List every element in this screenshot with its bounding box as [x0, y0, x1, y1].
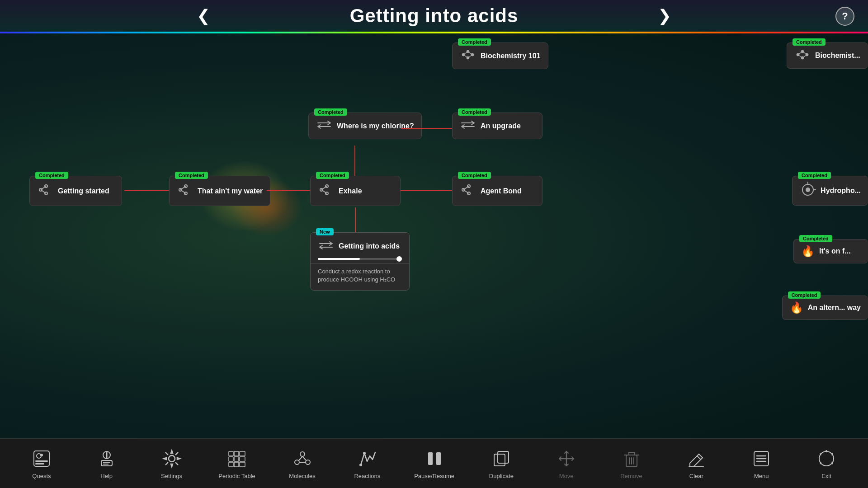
menu-label: Menu [754, 473, 769, 479]
card-title-2: Biochemist... [815, 52, 860, 60]
badge-completed-7: Completed [316, 172, 349, 179]
card-where-chlorine[interactable]: Completed Where is my chlorine? [308, 113, 422, 139]
toolbar-molecules[interactable]: Molecules [284, 447, 321, 479]
badge-completed-8: Completed [458, 172, 491, 179]
settings-label: Settings [161, 473, 182, 479]
toolbar: Quests Help Settings [0, 438, 868, 488]
svg-rect-46 [35, 460, 48, 462]
quests-icon [30, 447, 53, 470]
svg-line-5 [468, 52, 472, 55]
svg-rect-63 [240, 462, 245, 467]
badge-completed-2: Completed [793, 38, 826, 46]
card-title: Biochemistry 101 [481, 52, 541, 60]
svg-line-35 [463, 190, 469, 193]
toolbar-duplicate[interactable]: Duplicate [483, 447, 519, 479]
clear-label: Clear [689, 473, 703, 479]
svg-line-68 [302, 456, 306, 460]
card-getting-into-acids[interactable]: New Getting into acids Conduct a redox r… [310, 232, 410, 291]
rotate-icon [800, 182, 816, 200]
move-icon [555, 447, 578, 470]
svg-line-12 [798, 52, 802, 55]
branch-icon-4 [460, 182, 476, 200]
menu-icon [750, 447, 773, 470]
badge-completed-9: Completed [798, 172, 831, 179]
move-label: Move [559, 473, 574, 479]
card-description: Conduct a redox reaction to produce HCOO… [311, 263, 409, 290]
svg-rect-62 [234, 462, 239, 467]
card-agent-bond[interactable]: Completed Agent Bond [452, 176, 542, 206]
duplicate-icon [490, 447, 513, 470]
svg-rect-55 [229, 451, 233, 456]
help-label: Help [100, 473, 113, 479]
svg-line-14 [802, 55, 807, 58]
badge-completed-5: Completed [35, 172, 68, 179]
svg-rect-74 [494, 454, 505, 466]
card-content-6: That ain't my water [177, 182, 263, 200]
svg-point-70 [363, 452, 366, 455]
svg-line-29 [321, 186, 327, 190]
card-exhale[interactable]: Completed Exhale [310, 176, 401, 206]
card-title-6: That ain't my water [198, 187, 263, 195]
branch-icon-3 [318, 182, 334, 200]
card-alternative[interactable]: Completed 🔥 An altern... way [782, 296, 868, 320]
branch-icon-1 [37, 182, 53, 200]
canvas-area: Completed Biochemistry 101 Completed Bio… [0, 33, 868, 438]
progress-dot [396, 256, 402, 262]
card-content-2: Biochemist... [794, 48, 861, 63]
fire-icon-1: 🔥 [801, 245, 815, 258]
svg-point-66 [306, 460, 310, 465]
reactions-label: Reactions [354, 473, 380, 479]
card-content-9: Hydropho... [800, 182, 861, 200]
molecule-icon [460, 48, 476, 63]
toolbar-quests[interactable]: Quests [24, 447, 60, 479]
svg-line-34 [463, 186, 469, 190]
card-biochemistry-2[interactable]: Completed Biochemist... [787, 42, 868, 69]
svg-rect-73 [436, 452, 441, 465]
toolbar-pause-resume[interactable]: Pause/Resume [414, 447, 454, 479]
next-button[interactable]: ❯ [651, 4, 678, 28]
clear-icon [685, 447, 708, 470]
toolbar-periodic-table[interactable]: Periodic Table [218, 447, 255, 479]
svg-point-86 [819, 451, 834, 466]
svg-line-30 [321, 190, 327, 193]
toolbar-reactions[interactable]: Reactions [349, 447, 385, 479]
toolbar-remove[interactable]: Remove [613, 447, 650, 479]
svg-rect-51 [101, 460, 112, 466]
card-hydropho[interactable]: Completed Hydropho... [792, 176, 868, 206]
card-title-4: An upgrade [481, 122, 521, 130]
card-an-upgrade[interactable]: Completed An upgrade [452, 113, 542, 139]
help-icon [95, 447, 118, 470]
svg-line-67 [299, 456, 302, 460]
svg-rect-60 [240, 457, 245, 461]
molecules-icon [291, 447, 314, 470]
svg-line-15 [798, 55, 802, 58]
badge-completed: Completed [458, 38, 491, 46]
swap-icon-active [318, 239, 334, 253]
toolbar-help[interactable]: Help [89, 447, 125, 479]
prev-button[interactable]: ❮ [190, 4, 217, 28]
svg-point-71 [359, 464, 362, 466]
card-title-8: Agent Bond [481, 187, 522, 195]
card-content-4: An upgrade [460, 118, 535, 133]
toolbar-clear[interactable]: Clear [678, 447, 714, 479]
card-getting-started[interactable]: Completed Getting started [29, 176, 122, 206]
card-content-10: 🔥 It's on f... [801, 245, 861, 258]
help-button[interactable]: ? [835, 7, 854, 26]
badge-completed-6: Completed [175, 172, 208, 179]
card-content-11: 🔥 An altern... way [790, 301, 861, 314]
card-biochemistry-101[interactable]: Completed Biochemistry 101 [452, 42, 548, 69]
toolbar-menu[interactable]: Menu [743, 447, 779, 479]
toolbar-settings[interactable]: Settings [154, 447, 190, 479]
badge-completed-4: Completed [458, 108, 491, 116]
exit-label: Exit [821, 473, 831, 479]
svg-point-87 [826, 450, 827, 452]
card-its-on[interactable]: Completed 🔥 It's on f... [793, 239, 868, 263]
toolbar-exit[interactable]: Exit [808, 447, 844, 479]
svg-point-37 [806, 188, 810, 192]
svg-line-7 [463, 55, 468, 58]
card-title-11: An altern... way [808, 304, 861, 312]
svg-rect-57 [240, 451, 245, 456]
molecules-label: Molecules [289, 473, 316, 479]
card-that-aint-water[interactable]: Completed That ain't my water [169, 176, 270, 206]
toolbar-move[interactable]: Move [548, 447, 585, 479]
